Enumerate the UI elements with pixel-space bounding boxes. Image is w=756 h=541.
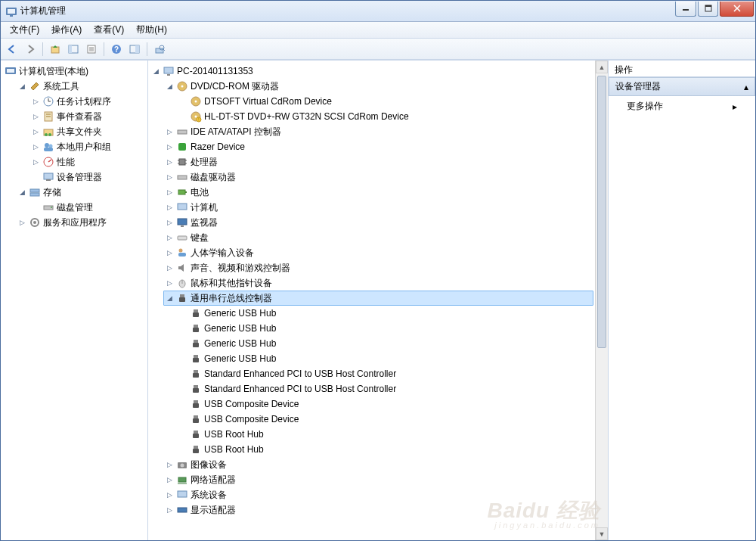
- menu-help[interactable]: 帮助(H): [130, 21, 173, 39]
- svg-rect-90: [194, 415, 198, 418]
- expand-icon[interactable]: ▷: [165, 490, 174, 499]
- tree-hid-category[interactable]: ▷人体学输入设备: [163, 245, 593, 260]
- tree-computer-category[interactable]: ▷计算机: [163, 200, 593, 215]
- expand-icon[interactable]: ▷: [31, 112, 40, 121]
- tree-mouse-category[interactable]: ▷鼠标和其他指针设备: [163, 275, 593, 291]
- tree-dvd-item[interactable]: ▷DTSOFT Virtual CdRom Device: [177, 94, 593, 109]
- properties-button[interactable]: [83, 41, 100, 58]
- tree-pc-root[interactable]: ◢PC-201401131353: [150, 64, 593, 79]
- scroll-down-icon[interactable]: ▼: [596, 527, 608, 540]
- expand-icon[interactable]: ▷: [31, 97, 40, 106]
- tree-task-scheduler[interactable]: ▷任务计划程序: [29, 94, 146, 109]
- expand-icon[interactable]: ▷: [165, 505, 174, 515]
- svg-rect-9: [69, 45, 78, 53]
- actions-more[interactable]: 更多操作 ▸: [609, 96, 755, 117]
- svg-point-49: [181, 86, 184, 88]
- expand-icon[interactable]: ▷: [165, 248, 174, 257]
- tree-cpu-category[interactable]: ▷处理器: [163, 154, 593, 169]
- tree-root-computer-management[interactable]: 计算机管理(本地): [2, 64, 146, 79]
- tree-keyboard-category[interactable]: ▷键盘: [163, 230, 593, 245]
- tree-shared-folders[interactable]: ▷共享文件夹: [29, 124, 146, 139]
- usb-device-icon: [190, 413, 202, 425]
- forward-button[interactable]: [22, 41, 39, 58]
- actions-pane: 操作 设备管理器 ▴ 更多操作 ▸: [608, 61, 755, 540]
- tree-event-viewer[interactable]: ▷事件查看器: [29, 109, 146, 124]
- tree-usb-item[interactable]: ▷USB Root Hub: [177, 442, 593, 457]
- titlebar[interactable]: 计算机管理: [1, 1, 755, 22]
- menu-file[interactable]: 文件(F): [4, 21, 45, 39]
- tree-device-manager[interactable]: ▷设备管理器: [29, 169, 146, 185]
- menu-view[interactable]: 查看(V): [88, 21, 130, 39]
- tree-system-tools[interactable]: ◢ 系统工具: [16, 79, 146, 94]
- expand-icon[interactable]: ▷: [31, 142, 40, 151]
- tree-disk-management[interactable]: ▷磁盘管理: [29, 200, 146, 215]
- expand-icon[interactable]: ▷: [17, 218, 26, 227]
- expand-icon[interactable]: ▷: [31, 157, 40, 166]
- tree-usb-category[interactable]: ◢通用串行总线控制器: [163, 291, 593, 306]
- tree-dvd-category[interactable]: ◢DVD/CD-ROM 驱动器: [163, 79, 593, 94]
- tree-monitor-category[interactable]: ▷监视器: [163, 215, 593, 230]
- tree-ide-category[interactable]: ▷IDE ATA/ATAPI 控制器: [163, 124, 593, 139]
- expand-icon[interactable]: ▷: [165, 203, 174, 212]
- expand-icon[interactable]: ▷: [165, 460, 174, 469]
- expand-icon[interactable]: ▷: [31, 127, 40, 136]
- toolbar-button[interactable]: [126, 41, 143, 58]
- tree-audio-category[interactable]: ▷声音、视频和游戏控制器: [163, 260, 593, 275]
- actions-header: 操作: [609, 61, 755, 77]
- collapse-icon[interactable]: ◢: [165, 294, 174, 303]
- expand-icon[interactable]: ▷: [165, 218, 174, 227]
- scroll-thumb[interactable]: [597, 76, 606, 348]
- tree-network-category[interactable]: ▷网络适配器: [163, 472, 593, 487]
- up-button[interactable]: [47, 41, 64, 58]
- vertical-scrollbar[interactable]: ▲ ▼: [595, 61, 608, 540]
- tree-system-devices-category[interactable]: ▷系统设备: [163, 487, 593, 502]
- separator: [42, 42, 43, 56]
- actions-section-device-manager[interactable]: 设备管理器 ▴: [609, 77, 755, 96]
- tree-usb-item[interactable]: ▷USB Composite Device: [177, 396, 593, 412]
- tree-dvd-item[interactable]: ▷!HL-DT-ST DVD+-RW GT32N SCSI CdRom Devi…: [177, 109, 593, 124]
- expand-icon[interactable]: ▷: [165, 157, 174, 166]
- tree-imaging-category[interactable]: ▷图像设备: [163, 457, 593, 472]
- expand-icon[interactable]: ▷: [165, 278, 174, 288]
- tree-usb-item[interactable]: ▷Generic USB Hub: [177, 336, 593, 351]
- tree-usb-item[interactable]: ▷USB Composite Device: [177, 412, 593, 427]
- svg-rect-30: [44, 129, 53, 135]
- tree-performance[interactable]: ▷性能: [29, 154, 146, 169]
- maximize-button[interactable]: [698, 2, 718, 17]
- scroll-up-icon[interactable]: ▲: [596, 61, 608, 73]
- collapse-icon[interactable]: ◢: [165, 82, 174, 91]
- tree-usb-item[interactable]: ▷USB Root Hub: [177, 427, 593, 442]
- expand-icon[interactable]: ▷: [165, 142, 174, 151]
- tree-display-category[interactable]: ▷显示适配器: [163, 502, 593, 518]
- show-hide-tree-button[interactable]: [65, 41, 82, 58]
- tree-usb-item[interactable]: ▷Standard Enhanced PCI to USB Host Contr…: [177, 381, 593, 396]
- tree-usb-item[interactable]: ▷Generic USB Hub: [177, 351, 593, 366]
- collapse-icon[interactable]: ◢: [151, 67, 160, 76]
- tree-razer-category[interactable]: ▷Razer Device: [163, 139, 593, 154]
- expand-icon[interactable]: ▷: [165, 233, 174, 242]
- close-button[interactable]: [720, 2, 754, 17]
- collapse-icon[interactable]: ◢: [17, 188, 26, 197]
- collapse-icon[interactable]: ◢: [17, 82, 26, 91]
- help-button[interactable]: ?: [108, 41, 125, 58]
- tree-storage[interactable]: ◢ 存储: [16, 185, 146, 200]
- tree-usb-item[interactable]: ▷Generic USB Hub: [177, 306, 593, 321]
- expand-icon[interactable]: ▷: [165, 475, 174, 484]
- expand-icon[interactable]: ▷: [165, 173, 174, 182]
- expand-icon[interactable]: ▷: [165, 127, 174, 136]
- menu-action[interactable]: 操作(A): [45, 21, 88, 39]
- tree-local-users[interactable]: ▷本地用户和组: [29, 139, 146, 154]
- tree-disk-drives-category[interactable]: ▷磁盘驱动器: [163, 169, 593, 185]
- tree-battery-category[interactable]: ▷电池: [163, 185, 593, 200]
- tree-usb-item[interactable]: ▷Standard Enhanced PCI to USB Host Contr…: [177, 366, 593, 381]
- back-button[interactable]: [4, 41, 20, 58]
- expand-icon[interactable]: ▷: [165, 263, 174, 272]
- expand-icon[interactable]: ▷: [165, 188, 174, 197]
- tree-services-apps[interactable]: ▷服务和应用程序: [16, 215, 146, 230]
- tree-usb-item[interactable]: ▷Generic USB Hub: [177, 321, 593, 336]
- svg-rect-10: [69, 45, 72, 53]
- left-tree-pane[interactable]: 计算机管理(本地) ◢ 系统工具 ▷任务计划程序 ▷事件查看器: [1, 61, 148, 540]
- scan-hardware-button[interactable]: [151, 41, 168, 58]
- minimize-button[interactable]: [675, 2, 696, 17]
- device-tree[interactable]: ◢PC-201401131353 ◢DVD/CD-ROM 驱动器 ▷DTSOFT…: [148, 61, 595, 540]
